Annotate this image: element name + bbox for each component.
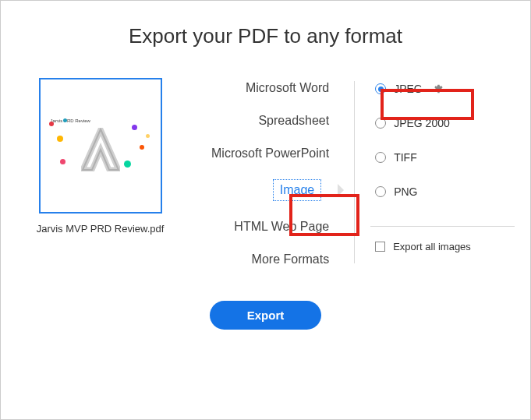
- format-word[interactable]: Microsoft Word: [176, 81, 343, 95]
- radio-icon: [375, 186, 386, 197]
- file-thumbnail[interactable]: Jarvis PRD Review: [39, 78, 162, 214]
- format-html[interactable]: HTML Web Page: [176, 220, 343, 234]
- export-all-checkbox[interactable]: Export all images: [370, 241, 515, 252]
- radio-label: JPEG 2000: [394, 117, 450, 129]
- export-button[interactable]: Export: [210, 301, 322, 330]
- radio-icon: [375, 83, 386, 94]
- radio-icon: [375, 152, 386, 163]
- vertical-divider: [354, 81, 355, 263]
- format-spreadsheet[interactable]: Spreadsheet: [176, 114, 343, 128]
- radio-icon: [375, 118, 386, 129]
- radio-jpeg[interactable]: JPEG: [370, 79, 515, 98]
- format-image[interactable]: Image: [176, 179, 343, 201]
- format-more[interactable]: More Formats: [176, 252, 343, 266]
- thumbnail-preview: Jarvis PRD Review: [46, 114, 155, 178]
- radio-label: JPEG: [394, 83, 423, 95]
- radio-jpeg2000[interactable]: JPEG 2000: [370, 114, 515, 132]
- gear-icon[interactable]: [432, 83, 443, 94]
- radio-png[interactable]: PNG: [370, 182, 515, 201]
- checkbox-icon: [375, 242, 385, 252]
- radio-label: PNG: [394, 185, 417, 198]
- chevron-right-icon: [338, 184, 344, 196]
- checkbox-label: Export all images: [393, 241, 471, 252]
- format-powerpoint[interactable]: Microsoft PowerPoint: [176, 146, 343, 161]
- adobe-a-icon: [81, 128, 120, 171]
- radio-label: TIFF: [394, 151, 417, 164]
- page-title: Export your PDF to any format: [16, 24, 515, 48]
- horizontal-divider: [370, 226, 515, 227]
- file-name: Jarvis MVP PRD Review.pdf: [32, 223, 168, 235]
- format-image-label: Image: [273, 179, 321, 201]
- radio-tiff[interactable]: TIFF: [370, 148, 515, 167]
